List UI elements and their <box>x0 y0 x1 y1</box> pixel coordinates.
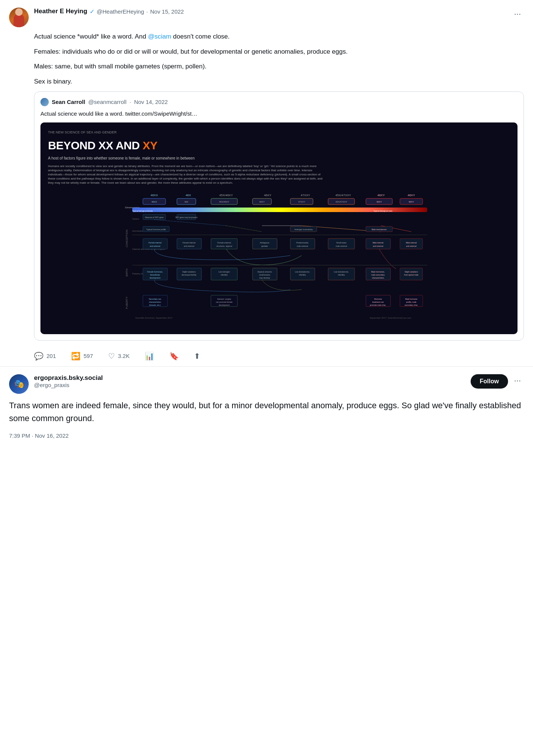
user-name-row: Heather E Heying ✓ @HeatherEHeying · Nov… <box>34 8 511 15</box>
svg-text:Secondary sex: Secondary sex <box>149 298 161 300</box>
svg-text:and external: and external <box>184 245 194 247</box>
svg-text:Low testosterone,: Low testosterone, <box>334 271 349 273</box>
tweet2-header: 🎭 ergopraxis.bsky.social @ergo_praxis Fo… <box>9 374 524 394</box>
svg-text:45X/47XXY: 45X/47XXY <box>335 194 351 197</box>
svg-rect-75 <box>132 265 427 265</box>
svg-rect-54 <box>177 239 201 249</box>
quoted-tweet-text: Actual science would like a word. twitte… <box>40 110 518 118</box>
tweet2-text: Trans women are indeed female, since the… <box>9 401 521 423</box>
svg-text:Typical biological female: Typical biological female <box>132 210 153 212</box>
tweet-text-1: Actual science *would* like a word. And … <box>34 32 524 42</box>
svg-rect-51 <box>143 239 167 249</box>
infographic-chart: CONCEPTION BIRTH PUBERTY <box>48 189 510 322</box>
svg-text:from typical male: from typical male <box>404 274 418 276</box>
infographic-title: BEYOND XX AND XY <box>48 137 510 154</box>
svg-text:Low testosterone,: Low testosterone, <box>295 271 310 273</box>
svg-text:infertility: infertility <box>338 274 345 276</box>
user2-info: ergopraxis.bsky.social @ergo_praxis <box>34 374 471 389</box>
svg-text:46X: 46X <box>186 194 191 197</box>
svg-text:Scientific American, September: Scientific American, September 2017 <box>135 317 173 319</box>
svg-text:46XX: 46XX <box>152 201 157 203</box>
svg-text:Female hormones,: Female hormones, <box>147 271 163 273</box>
user2-name[interactable]: ergopraxis.bsky.social <box>34 374 471 382</box>
user-name[interactable]: Heather E Heying <box>34 8 87 15</box>
infographic-source: THE NEW SCIENCE OF SEX AND GENDER <box>48 130 510 135</box>
follow-button[interactable]: Follow <box>471 374 508 389</box>
user2-handle[interactable]: @ergo_praxis <box>34 382 70 388</box>
share-button[interactable]: ⬆ <box>194 350 200 362</box>
quoted-separator: · <box>129 98 131 107</box>
svg-text:promote male char.: promote male char. <box>370 304 386 306</box>
svg-text:46XY: 46XY <box>377 201 382 203</box>
svg-text:infertility: infertility <box>299 274 306 276</box>
svg-text:characteristics: characteristics <box>372 277 384 279</box>
quoted-tweet-header: Sean Carroll @seanmcarroll · Nov 14, 202… <box>40 98 518 107</box>
svg-text:46XY: 46XY <box>264 194 271 197</box>
text-before-mention: Actual science *would* like a word. And <box>34 33 148 40</box>
svg-text:small breasts: small breasts <box>259 274 270 276</box>
tweet1-body: Actual science *would* like a word. And … <box>34 32 524 366</box>
like-button[interactable]: ♡ 3.2K <box>108 350 130 362</box>
avatar[interactable] <box>9 8 29 27</box>
svg-rect-69 <box>366 239 390 249</box>
retweet-button[interactable]: 🔁 597 <box>71 350 93 362</box>
svg-text:Male hormone: Male hormone <box>405 298 417 300</box>
avatar-ergo[interactable]: 🎭 <box>9 374 29 394</box>
svg-text:Male hormones,: Male hormones, <box>371 271 385 273</box>
tweet-2: 🎭 ergopraxis.bsky.social @ergo_praxis Fo… <box>0 367 533 446</box>
svg-text:CONCEPTION: CONCEPTION <box>126 230 128 248</box>
reply-count: 201 <box>46 352 56 361</box>
svg-text:Absence of SRY gene: Absence of SRY gene <box>145 216 163 218</box>
infographic-title-orange: XY <box>143 139 157 152</box>
svg-text:Small testes: Small testes <box>336 242 347 244</box>
bookmark-button[interactable]: 🔖 <box>169 350 179 362</box>
quoted-user-name[interactable]: Sean Carroll <box>52 98 85 107</box>
quoted-tweet[interactable]: Sean Carroll @seanmcarroll · Nov 14, 202… <box>34 91 524 341</box>
more-options-button[interactable]: ··· <box>511 8 524 20</box>
svg-text:and external: and external <box>150 245 160 247</box>
svg-text:45X/47XXY: 45X/47XXY <box>335 201 347 203</box>
more-options-button-2[interactable]: ··· <box>511 374 524 387</box>
svg-text:46XY: 46XY <box>259 201 265 203</box>
user-handle[interactable]: @HeatherEHeying <box>97 8 144 15</box>
tweet-date: Nov 15, 2022 <box>150 8 184 15</box>
svg-text:45X/46XY: 45X/46XY <box>219 194 233 197</box>
infographic-description: Humans are socially conditioned to view … <box>48 164 325 185</box>
svg-text:Typical biological male: Typical biological male <box>373 210 392 212</box>
svg-text:Genes: Genes <box>132 218 139 220</box>
analytics-button[interactable]: 📊 <box>145 350 154 362</box>
svg-text:46X: 46X <box>184 201 189 203</box>
svg-text:47XXY: 47XXY <box>301 194 311 197</box>
avatar-figure <box>14 14 24 27</box>
svg-text:Androgen insensitivity: Androgen insensitivity <box>294 228 313 231</box>
svg-text:development: development <box>219 304 230 306</box>
svg-rect-60 <box>253 239 277 249</box>
tweet1-actions: 💬 201 🔁 597 ♡ 3.2K 📊 🔖 ⬆ <box>34 346 524 366</box>
svg-text:genitals: genitals <box>261 245 268 247</box>
svg-text:Female internal: Female internal <box>183 242 195 244</box>
quoted-user-handle[interactable]: @seanmcarroll <box>88 98 126 107</box>
svg-text:secondary char.: secondary char. <box>404 304 418 306</box>
reply-button[interactable]: 💬 201 <box>34 350 56 362</box>
svg-rect-57 <box>211 239 237 249</box>
svg-text:male external: male external <box>336 245 347 247</box>
infographic-image: THE NEW SCIENCE OF SEX AND GENDER BEYOND… <box>40 122 518 334</box>
svg-text:47XXY: 47XXY <box>298 201 305 203</box>
tweet2-date: 7:39 PM · Nov 16, 2022 <box>9 432 524 439</box>
quoted-avatar <box>40 98 49 106</box>
svg-text:45X/46XY: 45X/46XY <box>219 201 229 203</box>
svg-rect-63 <box>290 239 315 249</box>
svg-text:46XX: 46XX <box>150 194 158 197</box>
mention-sciam[interactable]: @sciam <box>148 33 171 40</box>
svg-text:Male internal: Male internal <box>406 242 417 244</box>
svg-text:breast/body: breast/body <box>150 274 160 276</box>
svg-text:Typical hormone profile: Typical hormone profile <box>146 228 166 231</box>
svg-text:treatment can: treatment can <box>372 301 384 303</box>
svg-rect-72 <box>400 239 423 249</box>
svg-text:PUBERTY: PUBERTY <box>126 297 128 309</box>
svg-rect-49 <box>132 235 427 235</box>
bookmark-icon: 🔖 <box>169 350 179 362</box>
svg-text:Male testosterone: Male testosterone <box>372 228 387 231</box>
svg-text:structures, atypical: structures, atypical <box>216 245 232 247</box>
svg-text:46XY: 46XY <box>407 194 415 197</box>
